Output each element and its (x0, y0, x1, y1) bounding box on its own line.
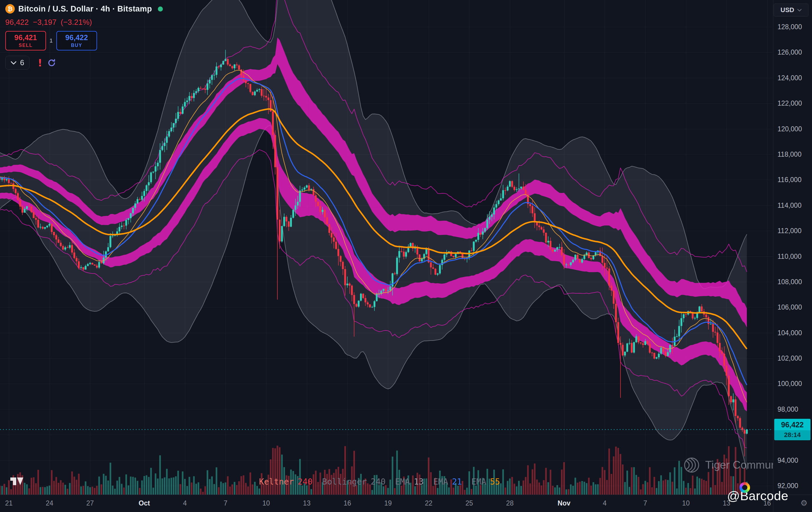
x-axis-label: 19 (384, 499, 392, 507)
y-axis-label: 122,000 (778, 99, 802, 107)
y-axis-label: 108,000 (778, 278, 802, 286)
trade-buttons: 96,421 SELL 1 96,422 BUY (5, 31, 163, 51)
object-tree-toggle[interactable]: 6 (5, 56, 30, 69)
y-axis-label: 104,000 (778, 329, 802, 337)
y-axis-label: 94,000 (778, 456, 798, 464)
spread-value: 1 (50, 37, 53, 44)
y-axis-label: 100,000 (778, 380, 802, 388)
symbol-row: ₿ Bitcoin / U.S. Dollar · 4h · Bitstamp (5, 2, 163, 15)
header-tools: 6 ! (5, 56, 163, 69)
y-axis-label: 126,000 (778, 48, 802, 56)
refresh-arrows-icon (47, 58, 56, 67)
alert-icon[interactable]: ! (38, 57, 42, 69)
legend-indicator-period[interactable]: 240 (371, 477, 386, 487)
y-axis-label: 110,000 (778, 252, 801, 260)
price-change: −3,197 (33, 18, 57, 27)
y-axis-label: 128,000 (778, 23, 802, 31)
legend-indicator-name[interactable]: EMA (433, 477, 448, 487)
legend-indicator-period[interactable]: 55 (490, 477, 500, 487)
chevron-down-icon (11, 61, 17, 65)
gear-icon[interactable]: ⚙ (801, 499, 808, 508)
y-axis-label: 112,000 (778, 227, 801, 235)
refresh-icon[interactable] (47, 58, 56, 67)
bitcoin-logo-icon: ₿ (5, 4, 15, 13)
legend-indicator-name[interactable]: Keltner (259, 477, 294, 487)
tradingview-logo[interactable] (9, 473, 24, 489)
x-axis-label: 7 (643, 499, 647, 507)
last-price: 96,422 (5, 18, 29, 27)
sell-price: 96,421 (14, 33, 37, 42)
legend-indicator-period[interactable]: 13 (414, 477, 424, 487)
current-price-label: 96,422 28:14 (774, 419, 811, 440)
legend-indicator-name[interactable]: Bollinger (322, 477, 367, 487)
barcode-watermark: @Barcode (727, 489, 788, 503)
x-axis-label: 10 (262, 499, 270, 507)
y-axis-label: 116,000 (778, 176, 801, 184)
sell-button[interactable]: 96,421 SELL (5, 31, 46, 51)
legend-indicator-period[interactable]: 240 (298, 477, 313, 487)
tiger-community-watermark: Tiger Community (683, 457, 788, 473)
x-axis-label: 24 (46, 499, 53, 507)
legend-indicator-period[interactable]: 21 (452, 477, 462, 487)
x-axis-label: 28 (506, 499, 514, 507)
price-chart-canvas[interactable] (0, 0, 812, 512)
bar-countdown: 28:14 (774, 430, 811, 440)
x-axis-label: 16 (344, 499, 351, 507)
buy-label: BUY (71, 43, 82, 48)
x-axis-label: Oct (139, 499, 150, 507)
x-axis-label: 13 (303, 499, 311, 507)
x-axis-label: 10 (682, 499, 690, 507)
chevron-down-icon (797, 9, 802, 11)
x-axis-label: 4 (183, 499, 187, 507)
currency-button[interactable]: USD (774, 3, 809, 17)
currency-label: USD (780, 6, 794, 14)
indicator-legend: Keltner240Bollinger240EMA13EMA21EMA55 (259, 477, 510, 487)
market-status-icon (158, 6, 163, 11)
buy-button[interactable]: 96,422 BUY (56, 31, 97, 51)
y-axis-label: 120,000 (778, 125, 802, 133)
tradingview-chart-app: ₿ Bitcoin / U.S. Dollar · 4h · Bitstamp … (0, 0, 812, 512)
symbol-title[interactable]: Bitcoin / U.S. Dollar · 4h · Bitstamp (18, 4, 152, 13)
legend-indicator-name[interactable]: EMA (471, 477, 486, 487)
price-change-pct: (−3.21%) (61, 18, 92, 27)
y-axis-label: 106,000 (778, 303, 802, 311)
barcode-avatar-icon (740, 482, 750, 493)
y-axis-label: 114,000 (778, 201, 801, 209)
y-axis-label: 124,000 (778, 74, 802, 82)
x-axis-label: Nov (558, 499, 570, 507)
x-axis-label: 7 (224, 499, 228, 507)
x-axis-label: 22 (425, 499, 433, 507)
time-axis[interactable]: 212427Oct4710131619222528Nov47101316 (0, 494, 812, 512)
tradingview-logo-icon (9, 473, 24, 487)
buy-price: 96,422 (65, 33, 88, 42)
x-axis-label: 27 (86, 499, 94, 507)
tiger-community-logo-icon (683, 457, 700, 473)
current-price-value: 96,422 (774, 419, 811, 430)
y-axis-label: 118,000 (778, 150, 801, 158)
price-summary: 96,422 −3,197 (−3.21%) (5, 18, 163, 27)
y-axis-label: 102,000 (778, 354, 802, 362)
legend-indicator-name[interactable]: EMA (395, 477, 410, 487)
objects-count: 6 (20, 58, 24, 67)
x-axis-label: 4 (603, 499, 607, 507)
sell-label: SELL (19, 43, 33, 48)
chart-header: ₿ Bitcoin / U.S. Dollar · 4h · Bitstamp … (5, 2, 163, 69)
x-axis-label: 21 (5, 499, 13, 507)
price-axis[interactable]: 128,000126,000124,000122,000120,000118,0… (773, 0, 812, 494)
y-axis-label: 98,000 (778, 405, 798, 413)
x-axis-label: 25 (466, 499, 473, 507)
